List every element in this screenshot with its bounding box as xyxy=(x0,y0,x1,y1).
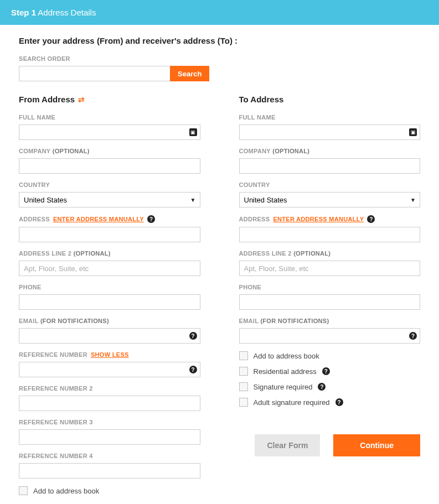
to-company-label: COMPANY (OPTIONAL) xyxy=(239,148,421,154)
from-email-label: EMAIL (FOR NOTIFICATIONS) xyxy=(19,318,200,324)
search-label: SEARCH ORDER xyxy=(19,55,420,62)
address-book-icon[interactable]: ▣ xyxy=(189,128,197,136)
from-address-label: ADDRESS xyxy=(19,216,50,222)
from-country-label: COUNTRY xyxy=(19,181,200,188)
to-signature-row: Signature required ? xyxy=(239,382,421,391)
from-company-input[interactable] xyxy=(19,158,200,174)
from-column: From Address ⇄ FULL NAME ▣ COMPANY (OPTI… xyxy=(19,95,200,502)
from-ref1-label: REFERENCE NUMBER xyxy=(19,351,87,358)
to-signature-label: Signature required xyxy=(254,383,313,391)
search-input[interactable] xyxy=(19,66,170,81)
from-show-less-link[interactable]: SHOW LESS xyxy=(91,351,129,358)
to-address-label: ADDRESS xyxy=(239,216,270,222)
step-prefix: Step 1 xyxy=(11,8,36,17)
to-fullname-label: FULL NAME xyxy=(239,114,421,121)
help-icon[interactable]: ? xyxy=(335,398,343,406)
from-add-to-book-row: Add to address book xyxy=(19,486,200,495)
to-phone-label: PHONE xyxy=(239,284,421,290)
to-address2-input[interactable] xyxy=(239,261,421,276)
to-email-input[interactable] xyxy=(239,328,421,344)
step-title: Address Details xyxy=(38,8,96,17)
search-section: SEARCH ORDER Search xyxy=(19,55,420,81)
from-ref3-label: REFERENCE NUMBER 3 xyxy=(19,419,200,425)
from-ref4-label: REFERENCE NUMBER 4 xyxy=(19,453,200,459)
help-icon[interactable]: ? xyxy=(409,332,417,340)
address-book-icon[interactable]: ▣ xyxy=(409,128,417,136)
from-country-select[interactable] xyxy=(19,192,200,207)
step-header: Step 1 Address Details xyxy=(0,0,439,25)
to-title: To Address xyxy=(239,95,284,104)
help-icon[interactable]: ? xyxy=(189,366,197,373)
to-add-to-book-row: Add to address book xyxy=(239,351,421,360)
help-icon[interactable]: ? xyxy=(322,367,330,375)
clear-form-button[interactable]: Clear Form xyxy=(255,434,320,456)
to-country-label: COUNTRY xyxy=(239,181,421,188)
help-icon[interactable]: ? xyxy=(318,383,326,391)
to-residential-checkbox[interactable] xyxy=(239,367,248,376)
from-enter-manually-link[interactable]: ENTER ADDRESS MANUALLY xyxy=(53,216,144,222)
to-address-input[interactable] xyxy=(239,227,421,242)
to-enter-manually-link[interactable]: ENTER ADDRESS MANUALLY xyxy=(273,216,364,222)
search-button[interactable]: Search xyxy=(170,66,209,81)
to-phone-input[interactable] xyxy=(239,294,421,310)
footer-buttons: Clear Form Continue xyxy=(239,434,421,456)
help-icon[interactable]: ? xyxy=(189,332,197,340)
from-ref2-label: REFERENCE NUMBER 2 xyxy=(19,385,200,392)
help-icon[interactable]: ? xyxy=(147,215,155,223)
swap-icon[interactable]: ⇄ xyxy=(78,96,85,103)
from-ref4-input[interactable] xyxy=(19,463,200,479)
from-ref3-input[interactable] xyxy=(19,429,200,445)
intro-text: Enter your address (From) and receiver's… xyxy=(19,36,420,45)
from-fullname-label: FULL NAME xyxy=(19,114,200,121)
to-column: To Address FULL NAME ▣ COMPANY (OPTIONAL… xyxy=(239,95,421,502)
to-residential-row: Residential address ? xyxy=(239,367,421,376)
to-add-to-book-checkbox[interactable] xyxy=(239,351,248,360)
to-signature-checkbox[interactable] xyxy=(239,382,248,391)
to-adult-signature-label: Adult signature required xyxy=(254,398,330,407)
from-phone-input[interactable] xyxy=(19,294,200,310)
from-title: From Address xyxy=(19,95,75,104)
from-address-input[interactable] xyxy=(19,227,200,242)
to-adult-signature-row: Adult signature required ? xyxy=(239,398,421,407)
to-country-select[interactable] xyxy=(239,192,421,207)
from-fullname-input[interactable] xyxy=(19,124,200,140)
from-ref2-input[interactable] xyxy=(19,396,200,411)
to-residential-label: Residential address xyxy=(254,367,317,376)
from-title-row: From Address ⇄ xyxy=(19,95,200,104)
to-adult-signature-checkbox[interactable] xyxy=(239,398,248,407)
to-company-input[interactable] xyxy=(239,158,421,174)
from-address2-input[interactable] xyxy=(19,261,200,276)
from-company-label: COMPANY (OPTIONAL) xyxy=(19,148,200,154)
to-fullname-input[interactable] xyxy=(239,124,421,140)
from-ref1-input[interactable] xyxy=(19,362,200,377)
continue-button[interactable]: Continue xyxy=(333,434,420,456)
to-address2-label: ADDRESS LINE 2 (OPTIONAL) xyxy=(239,250,421,257)
from-add-to-book-checkbox[interactable] xyxy=(19,486,28,495)
from-email-input[interactable] xyxy=(19,328,200,344)
from-address2-label: ADDRESS LINE 2 (OPTIONAL) xyxy=(19,250,200,257)
to-email-label: EMAIL (FOR NOTIFICATIONS) xyxy=(239,318,421,324)
from-add-to-book-label: Add to address book xyxy=(33,487,99,495)
help-icon[interactable]: ? xyxy=(367,215,375,223)
from-phone-label: PHONE xyxy=(19,284,200,290)
to-title-row: To Address xyxy=(239,95,421,104)
to-add-to-book-label: Add to address book xyxy=(254,352,319,360)
